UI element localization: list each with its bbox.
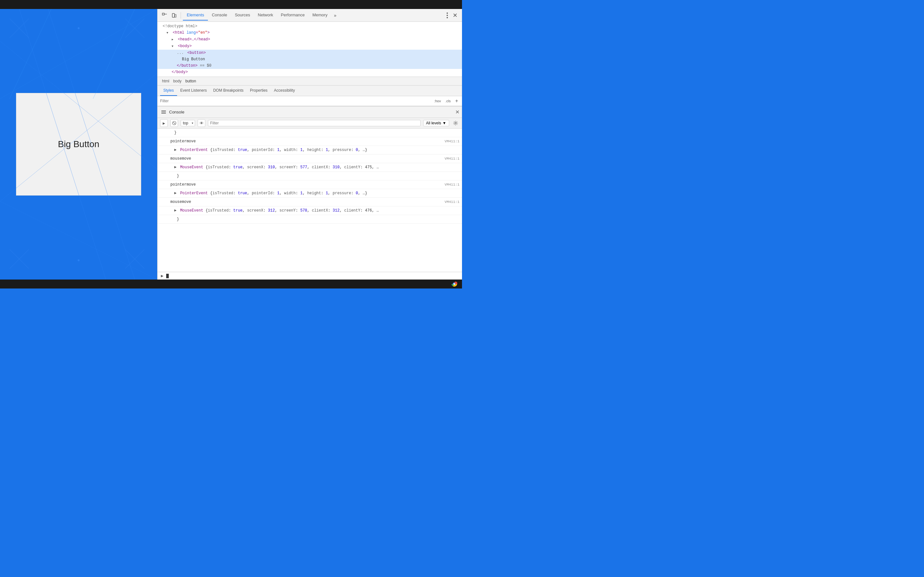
tab-styles[interactable]: Styles (160, 85, 177, 96)
html-expand-icon[interactable]: ▼ (166, 30, 170, 36)
svg-line-8 (10, 19, 29, 38)
cls-filter-button[interactable]: .cls (444, 98, 452, 103)
log-levels-button[interactable]: All levels ▼ (423, 120, 449, 126)
elements-html-panel: <!doctype html> ▼ <html lang="en"> ► <he… (158, 22, 462, 77)
console-panel: Console ✕ ▶ top ▼ (158, 106, 462, 279)
svg-line-10 (125, 19, 144, 38)
log-line-pointerevent-2: ► PointerEvent {isTrusted: true, pointer… (158, 189, 462, 198)
html-line-body-open[interactable]: ▼ <body> (158, 43, 462, 50)
big-button-label: Big Button (58, 139, 99, 149)
webpage-area: Big Button (0, 9, 157, 279)
toolbar-actions: ✕ (445, 11, 459, 20)
svg-line-5 (93, 9, 135, 99)
toolbar-separator-1 (181, 12, 181, 19)
add-style-button[interactable]: + (454, 97, 459, 105)
breadcrumb-body[interactable]: body (171, 78, 184, 84)
svg-line-12 (10, 250, 29, 269)
html-line-doctype[interactable]: <!doctype html> (158, 23, 462, 29)
tab-memory[interactable]: Memory (309, 10, 331, 21)
devtools-tabs: Elements Console Sources Network Perform… (183, 10, 445, 21)
expand-pointerevent-2[interactable]: ► (174, 191, 176, 195)
devtools-toolbar: Elements Console Sources Network Perform… (158, 9, 462, 22)
svg-point-16 (78, 27, 79, 29)
svg-line-11 (125, 19, 144, 38)
svg-line-7 (0, 201, 157, 279)
log-line-mousemove-1: VM411:1 mousemove (158, 155, 462, 163)
html-line-ellipsis[interactable]: ... <button> (158, 50, 462, 56)
bottom-bar (0, 279, 462, 288)
log-line-mouseevent-2-brace: } (158, 215, 462, 224)
log-levels-arrow: ▼ (443, 121, 446, 125)
svg-rect-21 (175, 15, 176, 17)
svg-point-26 (454, 284, 455, 285)
svg-line-9 (10, 19, 29, 38)
svg-point-17 (78, 259, 79, 261)
svg-rect-18 (162, 13, 164, 15)
tab-properties[interactable]: Properties (247, 85, 271, 96)
head-expand-icon[interactable]: ► (172, 37, 176, 43)
tab-elements[interactable]: Elements (183, 10, 208, 21)
webpage-content-box: Big Button (16, 93, 141, 195)
html-line-button-text[interactable]: Big Button (158, 56, 462, 63)
log-line-brace-1: } (158, 129, 462, 137)
hov-filter-button[interactable]: :hov (433, 98, 442, 103)
styles-tabs-row: Styles Event Listeners DOM Breakpoints P… (158, 85, 462, 96)
styles-filter-input[interactable] (160, 99, 430, 103)
console-log-area[interactable]: } VM411:1 pointermove ► PointerEvent {is… (158, 129, 462, 272)
tab-dom-breakpoints[interactable]: DOM Breakpoints (210, 85, 247, 96)
svg-line-4 (10, 9, 51, 99)
log-line-mouseevent-1-brace: } (158, 172, 462, 181)
html-line-html[interactable]: ▼ <html lang="en"> (158, 29, 462, 36)
console-options-bar: ▶ top ▼ 👁 (158, 118, 462, 129)
tab-network[interactable]: Network (254, 10, 277, 21)
clear-console-button[interactable] (170, 119, 178, 127)
svg-rect-20 (172, 13, 174, 17)
chrome-logo (451, 281, 457, 287)
console-input-row: ► (158, 272, 462, 279)
console-toolbar: Console ✕ (158, 106, 462, 118)
inspect-element-icon[interactable] (160, 11, 169, 20)
tab-performance[interactable]: Performance (277, 10, 309, 21)
console-options-icon[interactable] (160, 109, 167, 115)
log-line-mouseevent-2: ► MouseEvent {isTrusted: true, screenX: … (158, 206, 462, 215)
device-toolbar-icon[interactable] (170, 11, 179, 20)
svg-line-23 (173, 122, 175, 124)
tab-event-listeners[interactable]: Event Listeners (177, 85, 210, 96)
svg-line-6 (0, 9, 157, 99)
log-line-pointerevent-1: ► PointerEvent {isTrusted: true, pointer… (158, 146, 462, 155)
context-select-wrapper: top ▼ (181, 120, 195, 126)
log-line-mouseevent-1: ► MouseEvent {isTrusted: true, screenX: … (158, 163, 462, 172)
expand-mouseevent-2[interactable]: ► (174, 208, 176, 213)
main-area: Big Button Elements (0, 9, 462, 279)
close-devtools-button[interactable]: ✕ (451, 11, 459, 20)
body-expand-icon[interactable]: ▼ (172, 44, 176, 49)
console-close-button[interactable]: ✕ (455, 109, 459, 115)
execute-script-button[interactable]: ▶ (160, 119, 168, 127)
more-options-button[interactable] (445, 11, 449, 19)
log-levels-label: All levels (426, 121, 441, 125)
html-line-head[interactable]: ► <head>…</head> (158, 36, 462, 43)
console-settings-button[interactable] (452, 119, 459, 127)
tab-sources[interactable]: Sources (231, 10, 254, 21)
svg-line-15 (125, 250, 144, 269)
html-line-body-close[interactable]: </body> (158, 69, 462, 75)
top-bar (0, 0, 462, 9)
console-prompt-icon: ► (160, 274, 164, 278)
tab-accessibility[interactable]: Accessibility (271, 85, 298, 96)
html-line-button-close[interactable]: </button> == $0 (158, 63, 462, 69)
tab-console[interactable]: Console (208, 10, 231, 21)
breadcrumb-button[interactable]: button (184, 78, 198, 84)
log-line-pointermove-1: VM411:1 pointermove (158, 137, 462, 146)
context-dropdown[interactable]: top (181, 120, 195, 126)
more-tabs-button[interactable]: » (331, 11, 339, 19)
console-panel-label: Console (169, 110, 184, 114)
expand-mouseevent-1[interactable]: ► (174, 165, 176, 169)
breadcrumb-html[interactable]: html (160, 78, 171, 84)
log-line-mousemove-2: VM411:1 mousemove (158, 198, 462, 206)
expand-pointerevent-1[interactable]: ► (174, 148, 176, 152)
log-line-pointermove-2: VM411:1 pointermove (158, 181, 462, 189)
devtools-panel: Elements Console Sources Network Perform… (157, 9, 462, 279)
live-expressions-button[interactable]: 👁 (198, 119, 205, 127)
console-filter-input[interactable] (208, 120, 421, 126)
breadcrumb: html body button (158, 77, 462, 85)
